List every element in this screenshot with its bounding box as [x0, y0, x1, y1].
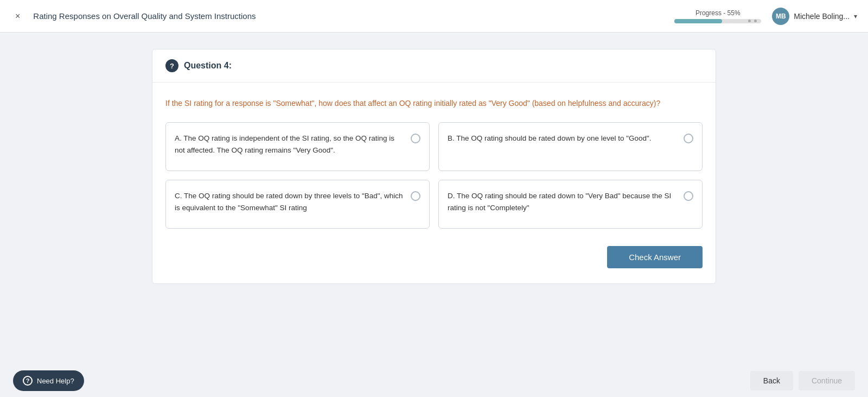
progress-dots	[748, 20, 757, 22]
option-text-b: B. The OQ rating should be rated down by…	[448, 133, 684, 144]
option-text-d: D. The OQ rating should be rated down to…	[448, 190, 684, 213]
close-button[interactable]: ×	[11, 9, 24, 23]
header: × Rating Responses on Overall Quality an…	[0, 0, 868, 33]
option-radio-d[interactable]	[684, 191, 693, 201]
option-radio-a[interactable]	[411, 134, 420, 143]
option-radio-c[interactable]	[411, 191, 420, 201]
progress-bar-fill	[674, 19, 722, 23]
header-right: Progress - 55% MB Michele Boling... ▾	[674, 8, 857, 25]
continue-button: Continue	[799, 371, 855, 390]
footer-buttons: Back Continue	[750, 371, 855, 390]
check-answer-button[interactable]: Check Answer	[607, 246, 703, 268]
option-card-b[interactable]: B. The OQ rating should be rated down by…	[438, 122, 703, 171]
question-text: If the SI rating for a response is "Some…	[165, 98, 703, 109]
progress-bar-container	[674, 19, 761, 23]
question-icon: ?	[165, 59, 178, 72]
option-card-a[interactable]: A. The OQ rating is independent of the S…	[165, 122, 430, 171]
user-name: Michele Boling...	[794, 12, 850, 21]
need-help-label: Need Help?	[37, 377, 74, 385]
progress-label: Progress - 55%	[695, 9, 741, 17]
header-title: Rating Responses on Overall Quality and …	[33, 11, 256, 21]
options-grid: A. The OQ rating is independent of the S…	[165, 122, 703, 229]
progress-dot-2	[754, 20, 757, 22]
footer: ? Need Help? Back Continue	[0, 364, 868, 397]
avatar: MB	[772, 8, 789, 25]
option-text-a: A. The OQ rating is independent of the S…	[175, 133, 411, 156]
help-icon: ?	[23, 376, 33, 386]
header-left: × Rating Responses on Overall Quality an…	[11, 9, 256, 23]
option-text-c: C. The OQ rating should be rated down by…	[175, 190, 411, 213]
option-card-d[interactable]: D. The OQ rating should be rated down to…	[438, 180, 703, 229]
user-section[interactable]: MB Michele Boling... ▾	[772, 8, 857, 25]
question-body: If the SI rating for a response is "Some…	[152, 83, 716, 283]
question-number: Question 4:	[184, 61, 232, 71]
back-button[interactable]: Back	[750, 371, 793, 390]
main-content: ? Question 4: If the SI rating for a res…	[0, 33, 868, 364]
progress-section: Progress - 55%	[674, 9, 761, 23]
check-answer-row: Check Answer	[165, 242, 703, 268]
option-radio-b[interactable]	[684, 134, 693, 143]
chevron-down-icon: ▾	[854, 12, 857, 20]
need-help-button[interactable]: ? Need Help?	[13, 370, 84, 391]
question-card: ? Question 4: If the SI rating for a res…	[152, 49, 716, 284]
progress-dot-1	[748, 20, 751, 22]
option-card-c[interactable]: C. The OQ rating should be rated down by…	[165, 180, 430, 229]
question-header: ? Question 4:	[152, 49, 716, 83]
